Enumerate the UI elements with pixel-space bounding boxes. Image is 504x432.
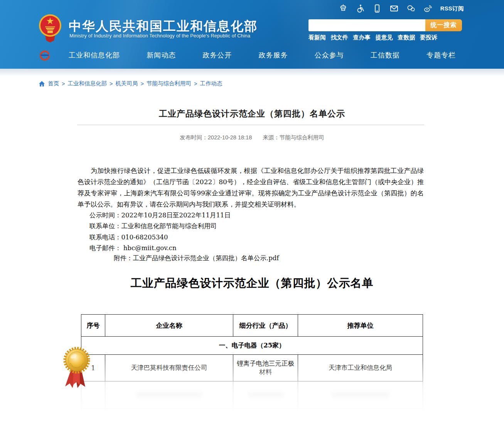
article-meta: 发布时间：2022-10-28 18:18来源：节能与综合利用司 [0, 134, 504, 141]
nav-item-news[interactable]: 新闻动态 [147, 51, 176, 60]
banner-bottom-gradient [0, 69, 504, 76]
mobile-icon[interactable] [373, 4, 382, 13]
main-nav: 工业和信息化部 新闻动态 政务公开 政务服务 公众参与 工信数据 专题专栏 [69, 49, 456, 62]
faded-row [81, 381, 423, 409]
faded-row [81, 409, 423, 432]
breadcrumb-separator: > [62, 81, 65, 87]
list-heading: 工业产品绿色设计示范企业（第四批）公示名单 [0, 276, 504, 291]
nav-item-gov-service[interactable]: 政务服务 [258, 51, 288, 60]
national-emblem-logo [38, 14, 62, 42]
miit-swirl-icon [39, 49, 51, 61]
accessibility-icon[interactable] [356, 4, 365, 13]
breadcrumb-home[interactable]: 首页 [48, 80, 59, 87]
breadcrumb-separator: > [194, 81, 197, 87]
breadcrumb: 首页 > 工业和信息化部 > 机关司局 > 节能与综合利用司 > 工作动态 [39, 80, 222, 87]
breadcrumb-separator: > [140, 81, 143, 87]
topbar-icon-row: RSS订阅 [339, 3, 464, 14]
cell-recommender: 天津市工业和信息化局 [298, 355, 423, 381]
table-section-row: 一、电子电器（25家） [81, 337, 423, 355]
site-subtitle: Ministry of Industry and Information Tec… [69, 33, 250, 39]
publish-time: 发布时间：2022-10-28 18:18 [180, 134, 252, 141]
quick-link-services[interactable]: 查办事 [353, 34, 371, 41]
unified-search-button[interactable]: 统一搜索 [425, 19, 462, 31]
info-line-unit: 联系单位：工业和信息化部节能与综合利用司 [89, 221, 231, 232]
info-line-phone: 联系电话：010-68205340 [89, 232, 231, 243]
award-medal-icon [62, 346, 91, 392]
cell-company: 天津巴莫科技有限责任公司 [105, 355, 233, 381]
nav-item-topics[interactable]: 专题专栏 [426, 51, 456, 60]
col-header-index: 序号 [81, 315, 105, 337]
quick-links-row: 看新闻 找文件 查办事 提意见 查数据 要投诉 [308, 34, 437, 41]
site-title: 中华人民共和国工业和信息化部 [69, 18, 258, 35]
mail-icon[interactable] [389, 4, 399, 13]
article-info-block: 公示时间：2022年10月28日至2022年11月11日 联系单位：工业和信息化… [89, 210, 231, 254]
quick-link-feedback[interactable]: 提意见 [375, 34, 393, 41]
article-paragraph: 为加快推行绿色设计，促进工业绿色低碳循环发展，根据《工业和信息化部办公厅关于组织… [78, 165, 424, 210]
title-divider [77, 125, 424, 125]
article-title: 工业产品绿色设计示范企业（第四批）名单公示 [0, 108, 504, 120]
info-line-period: 公示时间：2022年10月28日至2022年11月11日 [89, 210, 231, 221]
info-line-email: 电子邮件： hbc@miit.gov.cn [89, 243, 231, 254]
source: 来源：节能与综合利用司 [263, 134, 324, 141]
col-header-recommender: 推荐单位 [298, 315, 423, 337]
quick-link-complaint[interactable]: 要投诉 [420, 34, 437, 41]
wechat-icon[interactable] [406, 4, 416, 13]
quick-link-news[interactable]: 看新闻 [308, 34, 326, 41]
section-label: 一、电子电器（25家） [81, 337, 423, 355]
nav-item-data[interactable]: 工信数据 [371, 51, 400, 60]
robot-icon[interactable] [339, 4, 348, 13]
quick-link-data[interactable]: 查数据 [398, 34, 415, 41]
breadcrumb-miit[interactable]: 工业和信息化部 [67, 80, 107, 87]
table-header-row: 序号 企业名称 细分行业（产品） 推荐单位 [81, 315, 423, 337]
home-icon[interactable] [39, 81, 45, 87]
nav-item-gov-open[interactable]: 政务公开 [202, 51, 232, 60]
breadcrumb-energy-dept[interactable]: 节能与综合利用司 [147, 80, 191, 87]
col-header-company: 企业名称 [105, 315, 233, 337]
breadcrumb-work-news[interactable]: 工作动态 [200, 80, 222, 87]
cell-industry: 锂离子电池三元正极材料 [233, 355, 298, 381]
enterprise-table: 序号 企业名称 细分行业（产品） 推荐单位 一、电子电器（25家） 1 天津巴莫… [81, 314, 423, 432]
breadcrumb-departments[interactable]: 机关司局 [115, 80, 138, 87]
quick-link-files[interactable]: 找文件 [331, 34, 348, 41]
nav-item-public[interactable]: 公众参与 [315, 51, 344, 60]
weibo-icon[interactable] [423, 4, 433, 13]
rss-subscribe-link[interactable]: RSS订阅 [440, 5, 464, 12]
unified-search-input[interactable] [308, 19, 425, 31]
attachment-pdf-link[interactable]: 附件：工业产品绿色设计示范企业（第四批）名单公示.pdf [114, 254, 279, 263]
nav-item-miit[interactable]: 工业和信息化部 [69, 51, 120, 60]
breadcrumb-separator: > [110, 81, 113, 87]
table-row: 1 天津巴莫科技有限责任公司 锂离子电池三元正极材料 天津市工业和信息化局 [81, 355, 423, 381]
col-header-industry: 细分行业（产品） [233, 315, 298, 337]
